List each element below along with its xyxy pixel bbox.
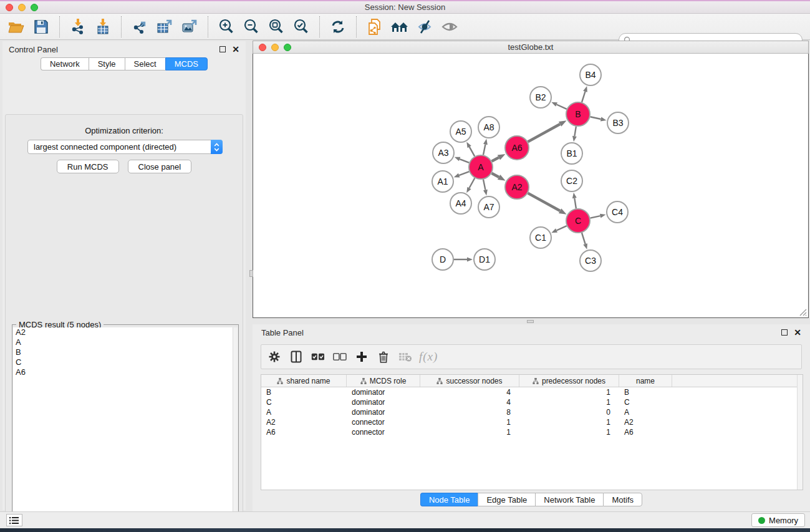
node-A4[interactable]: A4 [450,193,471,214]
edge-B-B1[interactable] [574,127,576,137]
edge-B-B3[interactable] [591,117,601,119]
table-row[interactable]: A2connector11A2 [261,417,803,427]
column-header-name[interactable]: name [619,375,672,387]
mcds-result-item[interactable]: B [13,347,234,357]
mcds-result-list[interactable]: A2ABCA6 [13,327,234,532]
node-B1[interactable]: B1 [561,143,582,164]
edge-A-A4[interactable] [470,178,475,188]
tab-network-table[interactable]: Network Table [535,493,603,506]
network-graph[interactable]: B4B2BB3A8A5A6A3B1AA1C2A2A4A7C4CC1C3DD1 [253,54,808,317]
node-A7[interactable]: A7 [478,196,499,218]
tab-edge-table[interactable]: Edge Table [478,493,535,506]
node-C4[interactable]: C4 [607,201,628,223]
import-network-button[interactable] [65,16,90,38]
table-row[interactable]: A6connector11A6 [261,427,803,437]
export-network-button[interactable] [127,16,152,38]
delete-table-button[interactable] [397,349,413,365]
table-row[interactable]: Bdominator41B [261,387,803,397]
home-layout-button[interactable] [387,16,412,38]
edge-A-A2[interactable] [492,173,499,177]
column-header-shared-name[interactable]: shared name [261,375,347,387]
delete-column-button[interactable] [375,349,392,365]
float-panel-icon[interactable] [219,46,226,52]
save-session-button[interactable] [29,16,54,38]
mcds-result-item[interactable]: C [13,357,234,367]
edge-B-B4[interactable] [582,92,585,102]
bottom-splitter-grip[interactable] [527,320,534,323]
add-column-button[interactable] [354,349,370,365]
node-A8[interactable]: A8 [478,117,499,138]
edge-A-A5[interactable] [470,147,475,156]
node-B[interactable]: B [566,102,590,126]
resize-grip-icon[interactable] [799,308,807,316]
edge-A-A8[interactable] [483,144,485,155]
zoom-out-button[interactable] [239,16,264,38]
table-settings-button[interactable] [266,349,282,365]
node-A1[interactable]: A1 [432,171,453,192]
left-splitter-grip[interactable] [249,270,253,277]
tab-network[interactable]: Network [41,57,89,70]
node-A2[interactable]: A2 [505,175,529,199]
zoom-fit-button[interactable] [264,16,289,38]
edge-C-C4[interactable] [591,216,600,218]
table-scrollbar[interactable] [797,375,803,490]
hide-selected-button[interactable] [412,16,437,38]
refresh-button[interactable] [325,16,350,38]
export-image-button[interactable] [177,16,202,38]
import-table-button[interactable] [90,16,115,38]
edge-A-A6[interactable] [492,158,499,162]
tab-mcds[interactable]: MCDS [165,57,208,70]
node-C3[interactable]: C3 [580,250,601,271]
close-panel-button[interactable]: Close panel [128,160,192,173]
edge-A-A3[interactable] [460,159,469,163]
network-canvas[interactable]: B4B2BB3A8A5A6A3B1AA1C2A2A4A7C4CC1C3DD1 [253,54,809,318]
tab-style[interactable]: Style [89,57,125,70]
edge-A2-C[interactable] [528,193,561,211]
edge-C-C1[interactable] [557,226,567,230]
node-B3[interactable]: B3 [607,112,629,133]
close-table-panel-icon[interactable]: ✕ [794,329,801,336]
edge-C-C2[interactable] [574,198,576,209]
zoom-in-button[interactable] [214,16,239,38]
export-table-button[interactable] [152,16,177,38]
table-row[interactable]: Cdominator41C [261,397,803,407]
node-C1[interactable]: C1 [530,227,551,248]
mcds-result-item[interactable]: A2 [13,327,234,337]
node-C2[interactable]: C2 [561,170,582,191]
node-B2[interactable]: B2 [530,87,551,108]
node-table[interactable]: shared nameMCDS rolesuccessor nodesprede… [261,374,803,490]
tab-select[interactable]: Select [125,57,165,70]
result-list-scrollbar[interactable] [233,327,238,532]
column-header-successor-nodes[interactable]: successor nodes [420,375,519,387]
open-session-button[interactable] [4,16,29,38]
node-A5[interactable]: A5 [450,121,471,142]
memory-button[interactable]: Memory [751,513,805,527]
function-builder-button[interactable]: f(x) [419,350,438,364]
edge-A-A7[interactable] [483,180,485,190]
edge-A-A1[interactable] [459,172,469,175]
float-table-panel-icon[interactable] [781,329,788,336]
mcds-result-item[interactable]: A [13,337,234,347]
criterion-dropdown[interactable]: largest connected component (directed) [27,140,223,154]
edge-A6-B[interactable] [528,124,561,142]
mcds-result-item[interactable]: A6 [13,367,234,377]
run-mcds-button[interactable]: Run MCDS [57,160,119,173]
node-A3[interactable]: A3 [433,142,454,163]
table-row[interactable]: Adominator80A [261,407,803,417]
node-D[interactable]: D [432,249,453,270]
column-header-predecessor-nodes[interactable]: predecessor nodes [519,375,619,387]
select-all-button[interactable] [310,349,326,365]
tab-node-table[interactable]: Node Table [420,493,478,506]
node-A6[interactable]: A6 [505,136,529,160]
column-header-MCDS-role[interactable]: MCDS role [347,375,420,387]
node-B4[interactable]: B4 [580,64,601,85]
edge-B-B2[interactable] [557,104,567,109]
node-D1[interactable]: D1 [474,249,495,270]
duplicate-network-button[interactable] [362,16,387,38]
tab-motifs[interactable]: Motifs [603,493,642,506]
select-none-button[interactable] [332,349,348,365]
task-history-button[interactable] [6,514,22,526]
node-C[interactable]: C [566,209,590,233]
column-selector-button[interactable] [288,349,304,365]
close-panel-icon[interactable]: ✕ [232,46,239,52]
